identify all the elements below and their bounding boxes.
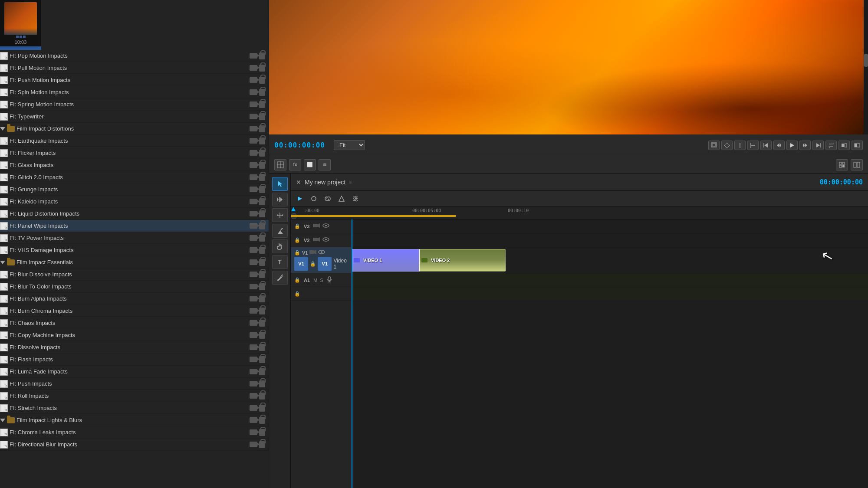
fx-badge-btn[interactable]: fx	[289, 159, 301, 170]
cam-icon	[250, 223, 257, 229]
track-label-a1: 🔒 A1 M S	[291, 273, 351, 287]
fit-dropdown[interactable]: Fit 25% 50% 100%	[334, 140, 365, 150]
clip-video2[interactable]: VIDEO 2	[419, 249, 506, 272]
eye-icon-v2[interactable]	[322, 237, 329, 243]
fx-icon	[0, 101, 8, 108]
category-lights[interactable]: Film Impact Lights & Blurs	[0, 414, 269, 426]
go-end-btn[interactable]	[812, 141, 824, 150]
eye-icon-v1[interactable]	[318, 249, 325, 256]
cam-icon	[250, 162, 257, 168]
list-item[interactable]: FI: Liquid Distortion Impacts	[0, 208, 269, 220]
eye-icon-v3[interactable]	[322, 223, 329, 229]
list-item[interactable]: FI: Luma Fade Impacts	[0, 366, 269, 378]
clip-label-video2: VIDEO 2	[428, 257, 452, 264]
scrollbar-track[interactable]	[864, 0, 868, 134]
lock-icon-v3[interactable]: 🔒	[294, 223, 300, 229]
track-select-tool[interactable]	[272, 193, 288, 206]
side-by-side-btn[interactable]	[851, 159, 863, 170]
marker-btn[interactable]	[734, 141, 746, 150]
list-item[interactable]: FI: Spring Motion Impacts	[0, 98, 269, 111]
list-item[interactable]: FI: Blur To Color Impacts	[0, 281, 269, 293]
lock-icon-v2[interactable]: 🔒	[294, 237, 300, 243]
list-item[interactable]: FI: Flicker Impacts	[0, 147, 269, 159]
lock-icon-a1[interactable]: 🔒	[294, 277, 300, 283]
category-distortions[interactable]: Film Impact Distortions	[0, 123, 269, 135]
step-back-btn[interactable]	[773, 141, 785, 150]
go-start-btn[interactable]	[760, 141, 772, 150]
list-item[interactable]: FI: Pull Motion Impacts	[0, 62, 269, 74]
list-item[interactable]: FI: Glitch 2.0 Impacts	[0, 171, 269, 183]
svg-rect-17	[845, 144, 847, 147]
list-item[interactable]: FI: Kaleido Impacts	[0, 196, 269, 208]
fx-icon	[0, 392, 8, 400]
svg-marker-12	[816, 143, 820, 147]
list-item[interactable]: FI: VHS Damage Impacts	[0, 244, 269, 256]
list-item[interactable]: FI: Blur Dissolve Impacts	[0, 269, 269, 281]
clip-header-v1: VIDEO 1	[352, 256, 386, 265]
waveform-btn[interactable]: ≋	[319, 159, 331, 170]
tl-play-btn[interactable]	[294, 193, 306, 204]
lock-icon-v1-left[interactable]: 🔒	[294, 250, 300, 255]
grid-btn[interactable]	[274, 159, 286, 170]
list-item[interactable]: FI: Directional Blur Impacts	[0, 439, 269, 451]
insert-btn[interactable]	[838, 141, 850, 150]
list-item[interactable]: FI: Chaos Impacts	[0, 317, 269, 329]
list-item[interactable]: FI: Pop Motion Impacts	[0, 50, 269, 62]
overwrite-btn[interactable]	[852, 141, 863, 150]
list-item[interactable]: FI: Burn Alpha Impacts	[0, 293, 269, 305]
in-marker-btn[interactable]	[747, 141, 759, 150]
svg-marker-30	[277, 197, 279, 202]
list-item[interactable]: FI: Grunge Impacts	[0, 183, 269, 196]
list-item[interactable]: FI: Copy Machine Impacts	[0, 329, 269, 341]
tl-settings-btn[interactable]	[350, 193, 361, 204]
list-item[interactable]: FI: Spin Motion Impacts	[0, 86, 269, 98]
scrollbar-thumb[interactable]	[864, 54, 868, 67]
list-item[interactable]: FI: Chroma Leaks Impacts	[0, 426, 269, 439]
cam-icon	[250, 429, 257, 435]
composite-btn[interactable]	[721, 141, 733, 150]
tools-sidebar: T	[269, 174, 291, 488]
play-btn[interactable]	[786, 141, 798, 150]
list-item[interactable]: FI: TV Power Impacts	[0, 232, 269, 244]
controls-row: fx ⬜ ≋	[269, 156, 868, 174]
cam-icon	[250, 332, 257, 338]
safe-margins-btn[interactable]	[708, 141, 720, 150]
thumbnail-dots	[16, 36, 26, 38]
cam-icon	[250, 138, 257, 144]
lock-icon-a2[interactable]: 🔒	[294, 291, 300, 297]
cam-icon	[250, 199, 257, 204]
list-item[interactable]: FI: Dissolve Impacts	[0, 341, 269, 354]
pen-tool[interactable]	[272, 271, 288, 285]
select-tool[interactable]	[272, 177, 288, 191]
list-item[interactable]: FI: Roll Impacts	[0, 390, 269, 402]
timeline-controls	[291, 191, 868, 206]
list-item[interactable]: FI: Stretch Impacts	[0, 402, 269, 414]
project-close-btn[interactable]: ✕	[296, 179, 301, 186]
loop-btn[interactable]	[825, 141, 837, 150]
list-item[interactable]: FI: Glass Impacts	[0, 159, 269, 171]
list-item[interactable]: FI: Push Impacts	[0, 378, 269, 390]
list-item[interactable]: FI: Typewriter	[0, 111, 269, 123]
lock-icon-v1-right[interactable]: 🔒	[310, 261, 316, 267]
clip-btn[interactable]: ⬜	[304, 159, 316, 170]
list-item[interactable]: FI: Flash Impacts	[0, 354, 269, 366]
tl-snap-btn[interactable]	[308, 193, 319, 204]
list-item[interactable]: FI: Push Motion Impacts	[0, 74, 269, 86]
hand-tool[interactable]	[272, 239, 288, 253]
list-item-selected[interactable]: FI: Panel Wipe Impacts	[0, 220, 269, 232]
lock-icon	[259, 295, 265, 302]
fx-icon	[0, 368, 8, 376]
tl-marker-btn[interactable]	[336, 193, 347, 204]
clip-video1[interactable]: VIDEO 1	[352, 249, 421, 272]
step-fwd-btn[interactable]	[799, 141, 811, 150]
comp-btn[interactable]	[836, 159, 848, 170]
tl-link-btn[interactable]	[322, 193, 333, 204]
text-tool[interactable]: T	[272, 255, 288, 269]
category-essentials[interactable]: Film Impact Essentials	[0, 256, 269, 269]
razor-tool[interactable]	[272, 224, 288, 238]
project-timecode: 00:00:00:00	[820, 178, 863, 186]
list-item[interactable]: FI: Earthquake Impacts	[0, 135, 269, 147]
project-menu-btn[interactable]: ≡	[349, 179, 352, 185]
ripple-tool[interactable]	[272, 208, 288, 222]
list-item[interactable]: FI: Burn Chroma Impacts	[0, 305, 269, 317]
